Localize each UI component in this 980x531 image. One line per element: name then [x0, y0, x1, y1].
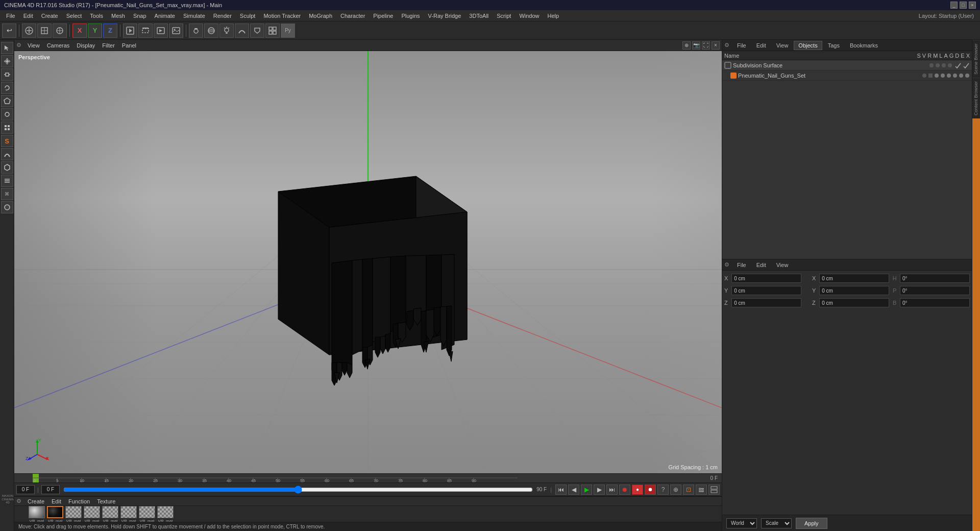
material-swatch-4[interactable]: VR_mat [84, 506, 100, 523]
menu-tools[interactable]: Tools [86, 12, 107, 20]
timeline-scrubber[interactable] [63, 486, 533, 494]
goto-start-button[interactable]: ⏮ [555, 485, 567, 495]
menu-mograph[interactable]: MoGraph [305, 12, 336, 20]
menu-window[interactable]: Window [515, 12, 543, 20]
coord-z-pos-input[interactable] [731, 298, 801, 307]
prev-frame-button[interactable]: ◀ [568, 485, 579, 495]
coord-x-scale-input[interactable] [819, 274, 889, 283]
menu-help[interactable]: Help [544, 12, 564, 20]
coord-z-scale-input[interactable] [819, 298, 889, 307]
obj-item-pneumatic-nail-guns[interactable]: Pneumatic_Nail_Guns_Set [722, 70, 972, 81]
minimize-button[interactable]: _ [950, 2, 958, 9]
coord-y-pos-input[interactable] [731, 286, 801, 295]
coord-mode-select[interactable]: Scale Size [761, 518, 792, 528]
tool-move[interactable] [1, 55, 13, 67]
menu-sculpt[interactable]: Sculpt [236, 12, 260, 20]
obj-tab-file[interactable]: File [732, 41, 751, 50]
obj-tab-view[interactable]: View [772, 41, 793, 50]
vp-close-button[interactable]: × [712, 41, 720, 50]
obj-tab-bookmarks[interactable]: Bookmarks [845, 41, 883, 50]
coord-h-rot-input[interactable] [900, 274, 970, 283]
menu-mesh[interactable]: Mesh [107, 12, 129, 20]
material-swatch-6[interactable]: VR_mat [120, 506, 137, 523]
tl-layout-button[interactable] [708, 485, 720, 495]
tool3-button[interactable] [53, 23, 67, 38]
tool-python2[interactable]: ⌘ [1, 188, 13, 200]
viewport-canvas[interactable]: Perspective [14, 51, 722, 473]
play-button[interactable]: ▶ [581, 485, 592, 495]
menu-select[interactable]: Select [62, 12, 86, 20]
menu-vray-bridge[interactable]: V-Ray Bridge [424, 12, 465, 20]
menu-create[interactable]: Create [37, 12, 62, 20]
attr-tab-file[interactable]: File [732, 260, 751, 270]
material-swatch-3[interactable]: VR_mat [65, 506, 82, 523]
vp-menu-cameras[interactable]: Cameras [44, 41, 73, 50]
keyframe-button[interactable]: ● [632, 485, 643, 495]
tag-button[interactable] [250, 23, 264, 38]
menu-edit[interactable]: Edit [19, 12, 37, 20]
next-frame-button[interactable]: ▶ [594, 485, 605, 495]
obj-item-subdivision-surface[interactable]: Subdivision Surface [722, 60, 972, 70]
snap-frame-button[interactable]: ⊡ [683, 485, 694, 495]
vp-lock-button[interactable]: ⊕ [682, 41, 691, 50]
menu-plugins[interactable]: Plugins [397, 12, 424, 20]
sphere-button[interactable] [204, 23, 218, 38]
light-button[interactable] [219, 23, 234, 38]
mat-menu-function[interactable]: Function [65, 498, 93, 505]
menu-character[interactable]: Character [336, 12, 369, 20]
vp-menu-view[interactable]: View [24, 41, 43, 50]
material-swatch-2[interactable]: VR_mat [47, 506, 63, 523]
grid-button[interactable] [265, 23, 280, 38]
tool-hex[interactable] [1, 161, 13, 174]
tool-rotate[interactable] [1, 82, 13, 94]
tool-select[interactable] [1, 42, 13, 54]
render-settings-button[interactable] [123, 23, 137, 38]
content-browser-tab[interactable]: Content Browser [972, 78, 980, 118]
menu-animate[interactable]: Animate [151, 12, 179, 20]
attr-tab-view[interactable]: View [772, 260, 793, 270]
camera-button[interactable] [189, 23, 203, 38]
coord-p-rot-input[interactable] [900, 286, 970, 295]
tool-lines[interactable] [1, 175, 13, 187]
menu-3dtoall[interactable]: 3DToAll [465, 12, 493, 20]
menu-render[interactable]: Render [209, 12, 236, 20]
vp-expand-button[interactable]: ⛶ [702, 41, 710, 50]
record-button[interactable]: ⏺ [619, 485, 630, 495]
apply-button[interactable]: Apply [796, 518, 827, 529]
vp-menu-panel[interactable]: Panel [119, 41, 139, 50]
tool-circle[interactable] [1, 201, 13, 213]
record-mode-button[interactable]: ? [657, 485, 669, 495]
obj-tab-objects[interactable]: Objects [794, 41, 822, 50]
python-button[interactable]: Py [281, 23, 295, 38]
coord-x-pos-input[interactable] [731, 274, 801, 283]
menu-pipeline[interactable]: Pipeline [369, 12, 397, 20]
tool-poly[interactable] [1, 95, 13, 107]
axis-x-button[interactable]: X [72, 23, 87, 38]
tool-scale[interactable] [1, 68, 13, 81]
menu-script[interactable]: Script [493, 12, 515, 20]
goto-end-button[interactable]: ⏭ [606, 485, 618, 495]
menu-motion-tracker[interactable]: Motion Tracker [259, 12, 305, 20]
mat-menu-create[interactable]: Create [24, 498, 47, 505]
vp-menu-display[interactable]: Display [74, 41, 98, 50]
attr-tab-edit[interactable]: Edit [752, 260, 771, 270]
obj-tab-edit[interactable]: Edit [752, 41, 771, 50]
vp-camera-button[interactable]: 📷 [692, 41, 700, 50]
obj-tab-tags[interactable]: Tags [823, 41, 844, 50]
maximize-button[interactable]: □ [960, 2, 967, 9]
frame-input[interactable] [16, 485, 35, 494]
axis-z-button[interactable]: Z [103, 23, 117, 38]
viewport[interactable]: ⚙ View Cameras Display Filter Panel ⊕ 📷 … [14, 40, 722, 473]
auto-key-button[interactable]: ⏺ [645, 485, 656, 495]
tool-sculpt[interactable] [1, 148, 13, 160]
scene-browser-tab[interactable]: Scene Browser [972, 40, 980, 78]
mat-menu-edit[interactable]: Edit [48, 498, 64, 505]
vp-menu-filter[interactable]: Filter [99, 41, 117, 50]
material-swatch-1[interactable]: VR_mat [29, 506, 45, 523]
tool-edge[interactable] [1, 108, 13, 120]
tool-s[interactable]: S [1, 135, 13, 147]
render-active-view-button[interactable] [154, 23, 168, 38]
material-swatch-5[interactable]: VR_mat [102, 506, 118, 523]
mat-menu-texture[interactable]: Texture [94, 498, 118, 505]
undo-button[interactable]: ↩ [2, 23, 16, 38]
